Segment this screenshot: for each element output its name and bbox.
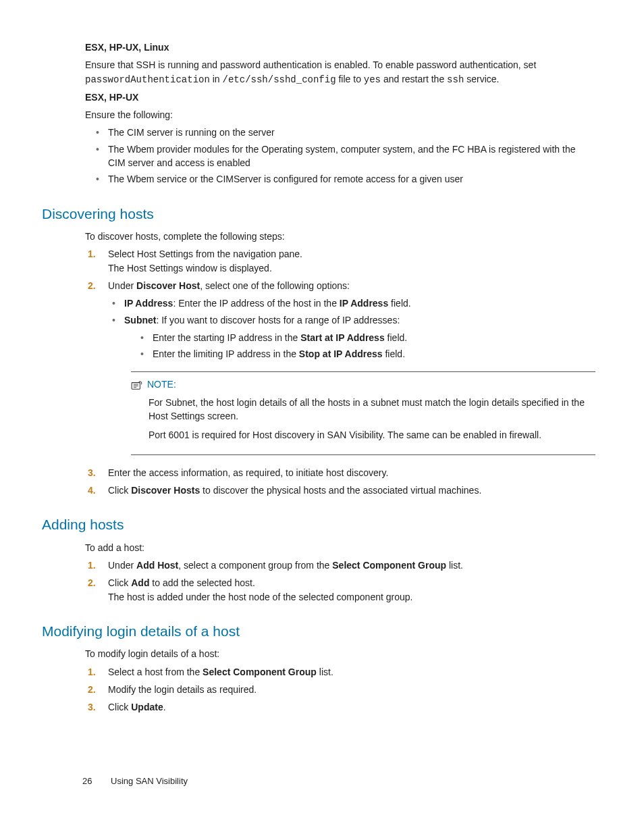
note-box: NOTE: For Subnet, the host login details… (131, 371, 595, 454)
bold: Add Host (136, 560, 178, 571)
ssh-paragraph: Ensure that SSH is running and password … (85, 58, 595, 86)
bold: Subnet (124, 315, 156, 325)
heading-discovering-hosts: Discovering hosts (42, 204, 595, 224)
bold: Discover Host (136, 280, 200, 291)
bold: Start at IP Address (300, 332, 385, 343)
text: Under (108, 560, 136, 571)
step-2: Modify the login details as required. (85, 683, 595, 696)
code-yes: yes (364, 74, 381, 85)
code-passwordauth: passwordAuthentication (85, 74, 210, 85)
discover-options: IP Address: Enter the IP address of the … (111, 296, 595, 361)
list-item: The Wbem service or the CIMServer is con… (95, 172, 595, 186)
text: and restart the (381, 74, 447, 84)
text: Select Host Settings from the navigation… (108, 249, 302, 259)
text: field. (385, 332, 407, 343)
text: Click (108, 577, 131, 588)
text: , select one of the following options: (200, 280, 350, 291)
list-item: Enter the limiting IP address in the Sto… (139, 347, 595, 361)
subhead-esx-hpux-linux: ESX, HP-UX, Linux (85, 41, 595, 54)
text: . (163, 702, 166, 712)
text: Ensure that SSH is running and password … (85, 59, 536, 70)
code-sshd-config: /etc/ssh/sshd_config (223, 74, 336, 85)
text: Enter the starting IP address in the (153, 332, 300, 343)
list-item: The CIM server is running on the server (95, 126, 595, 139)
step-3: Click Update. (85, 700, 595, 714)
text: The Host Settings window is displayed. (108, 261, 595, 275)
text: in (210, 74, 223, 84)
text: : If you want to discover hosts for a ra… (156, 315, 400, 325)
disc-steps: Select Host Settings from the navigation… (85, 247, 595, 497)
subhead-esx-hpux: ESX, HP-UX (85, 90, 595, 104)
step-2: Click Add to add the selected host. The … (85, 576, 595, 604)
note-icon (131, 380, 143, 390)
list-item: The Wbem provider modules for the Operat… (95, 142, 595, 170)
code-ssh: ssh (447, 74, 464, 85)
text: field. (388, 298, 410, 309)
text: Click (108, 702, 131, 712)
add-steps: Under Add Host, select a component group… (85, 558, 595, 604)
ensure-list: The CIM server is running on the server … (95, 126, 595, 186)
mod-steps: Select a host from the Select Component … (85, 665, 595, 714)
note-text: Port 6001 is required for Host discovery… (149, 428, 595, 442)
bold: Add (131, 577, 149, 588)
list-item: IP Address: Enter the IP address of the … (111, 296, 595, 310)
note-header: NOTE: (131, 377, 595, 391)
text: service. (464, 74, 499, 84)
note-body: For Subnet, the host login details of al… (149, 396, 595, 442)
page-content: ESX, HP-UX, Linux Ensure that SSH is run… (85, 41, 595, 714)
text: to discover the physical hosts and the a… (200, 485, 481, 496)
text: , select a component group from the (178, 560, 332, 571)
text: Enter the limiting IP address in the (153, 348, 299, 359)
note-text: For Subnet, the host login details of al… (149, 396, 595, 423)
text: : Enter the IP address of the host in th… (173, 298, 339, 309)
mod-intro: To modify login details of a host: (85, 647, 595, 660)
step-1: Select Host Settings from the navigation… (85, 247, 595, 275)
text: Under (108, 280, 136, 291)
text: The host is added under the host node of… (108, 590, 595, 604)
text: file to (336, 74, 364, 84)
disc-intro: To discover hosts, complete the followin… (85, 230, 595, 243)
heading-modifying-login: Modifying login details of a host (42, 621, 595, 642)
text: list. (317, 667, 333, 677)
step-4: Click Discover Hosts to discover the phy… (85, 484, 595, 497)
bold: IP Address (340, 298, 388, 309)
step-3: Enter the access information, as require… (85, 466, 595, 479)
bold: Update (131, 702, 163, 712)
bold: Stop at IP Address (299, 348, 383, 359)
add-intro: To add a host: (85, 541, 595, 554)
bold: Select Component Group (332, 560, 446, 571)
subnet-substeps: Enter the starting IP address in the Sta… (139, 331, 595, 361)
list-item: Subnet: If you want to discover hosts fo… (111, 313, 595, 361)
bold: Discover Hosts (131, 485, 200, 496)
step-1: Under Add Host, select a component group… (85, 558, 595, 572)
step-2: Under Discover Host, select one of the f… (85, 279, 595, 455)
text: Select a host from the (108, 667, 203, 677)
note-label: NOTE: (147, 377, 176, 391)
bold: Select Component Group (203, 667, 317, 677)
ensure-following: Ensure the following: (85, 108, 595, 122)
text: to add the selected host. (149, 577, 254, 588)
text: list. (446, 560, 463, 571)
text: Click (108, 485, 131, 496)
list-item: Enter the starting IP address in the Sta… (139, 331, 595, 344)
bold: IP Address (124, 298, 173, 309)
text: field. (383, 348, 405, 359)
step-1: Select a host from the Select Component … (85, 665, 595, 679)
heading-adding-hosts: Adding hosts (42, 515, 595, 535)
